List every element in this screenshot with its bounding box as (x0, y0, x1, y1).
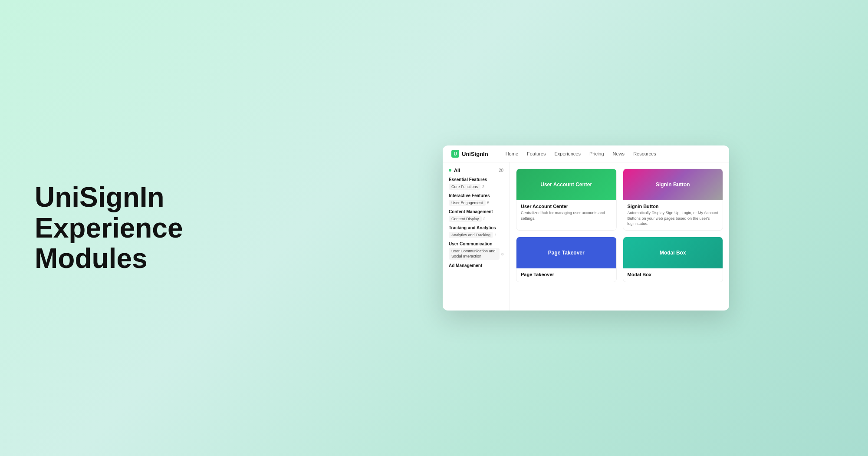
sidebar-tag-analytics[interactable]: Analytics and Tracking (449, 232, 493, 238)
logo-area: U UniSignIn (451, 150, 488, 158)
browser-window: U UniSignIn Home Features Experiences Pr… (443, 145, 729, 311)
card-modal-box[interactable]: Modal Box Modal Box (623, 237, 723, 282)
hero-title: UniSignIn Experience Modules (35, 182, 269, 274)
card-desc-user-account: Centralized hub for managing user accoun… (521, 210, 612, 221)
card-title-signin: Signin Button (628, 204, 719, 209)
logo-text: UniSignIn (462, 151, 488, 157)
card-info-user-account: User Account Center Centralized hub for … (516, 200, 616, 225)
card-title-page-takeover: Page Takeover (521, 272, 612, 277)
sidebar-section-title-tracking: Tracking and Analytics (449, 225, 503, 230)
card-info-modal-box: Modal Box (623, 268, 723, 282)
card-signin-button[interactable]: Signin Button Signin Button Automaticall… (623, 169, 723, 231)
cards-grid: User Account Center User Account Center … (516, 169, 723, 282)
card-info-page-takeover: Page Takeover (516, 268, 616, 282)
card-title-modal-box: Modal Box (628, 272, 719, 277)
sidebar-tag-engagement[interactable]: User Engagement (449, 200, 486, 206)
card-info-signin: Signin Button Automatically Display Sign… (623, 200, 723, 230)
cards-area: User Account Center User Account Center … (510, 162, 729, 311)
nav-link-experiences[interactable]: Experiences (554, 151, 581, 156)
sidebar-tag-count-content: 2 (483, 217, 486, 221)
sidebar-tag-content-display[interactable]: Content Display (449, 216, 482, 222)
nav-link-home[interactable]: Home (506, 151, 518, 156)
sidebar-section-title-content: Content Management (449, 209, 503, 214)
sidebar-section-essential: Essential Features Core Functions 2 (449, 177, 503, 190)
card-user-account-center[interactable]: User Account Center User Account Center … (516, 169, 617, 231)
card-thumb-modal-box: Modal Box (623, 237, 723, 268)
sidebar-tag-count-core: 2 (482, 185, 484, 189)
card-desc-signin: Automatically Display Sign Up, Login, or… (628, 210, 719, 227)
card-title-user-account: User Account Center (521, 204, 612, 209)
logo-icon: U (451, 150, 459, 158)
sidebar-section-title-ad: Ad Management (449, 263, 503, 268)
sidebar-section-content: Content Management Content Display 2 (449, 209, 503, 222)
card-thumb-user-account: User Account Center (516, 169, 616, 200)
sidebar-section-title-interactive: Interactive Features (449, 193, 503, 198)
sidebar-section-title-essential: Essential Features (449, 177, 503, 182)
nav-link-pricing[interactable]: Pricing (589, 151, 604, 156)
card-page-takeover[interactable]: Page Takeover Page Takeover (516, 237, 617, 282)
nav-link-resources[interactable]: Resources (633, 151, 656, 156)
sidebar-tag-count-communication: 3 (501, 252, 503, 256)
sidebar-section-communication: User Communication User Communication an… (449, 241, 503, 260)
sidebar-all-count: 20 (499, 168, 503, 173)
sidebar-tag-count-engagement: 5 (487, 201, 490, 205)
nav-links: Home Features Experiences Pricing News R… (506, 151, 656, 156)
sidebar-section-title-communication: User Communication (449, 241, 503, 246)
nav-link-news[interactable]: News (613, 151, 625, 156)
sidebar-all-label: All (454, 168, 460, 173)
sidebar-section-interactive: Interactive Features User Engagement 5 (449, 193, 503, 206)
all-indicator-dot (449, 169, 451, 172)
main-content: All 20 Essential Features Core Functions… (443, 162, 729, 311)
nav-bar: U UniSignIn Home Features Experiences Pr… (443, 145, 729, 162)
card-thumb-signin: Signin Button (623, 169, 723, 200)
sidebar-all-row[interactable]: All 20 (449, 168, 503, 173)
sidebar: All 20 Essential Features Core Functions… (443, 162, 510, 311)
sidebar-section-ad: Ad Management (449, 263, 503, 268)
left-panel: UniSignIn Experience Modules (0, 147, 304, 308)
sidebar-section-tracking: Tracking and Analytics Analytics and Tra… (449, 225, 503, 238)
right-panel: U UniSignIn Home Features Experiences Pr… (304, 128, 868, 328)
nav-link-features[interactable]: Features (527, 151, 546, 156)
sidebar-tag-core[interactable]: Core Functions (449, 184, 480, 190)
card-thumb-page-takeover: Page Takeover (516, 237, 616, 268)
sidebar-tag-communication[interactable]: User Communication and Social Interactio… (449, 248, 500, 260)
sidebar-tag-count-analytics: 1 (495, 233, 497, 237)
